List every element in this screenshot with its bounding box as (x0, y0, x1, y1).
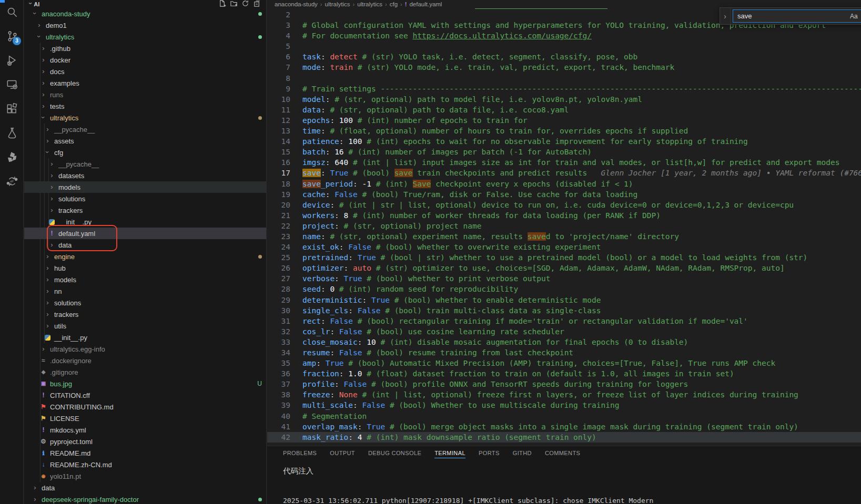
code-line-8[interactable]: 8 (267, 73, 861, 84)
panel-tab-debug-console[interactable]: DEBUG CONSOLE (368, 450, 421, 458)
code-line-39[interactable]: 39multi_scale: False # (bool) Whether to… (267, 400, 861, 410)
code-line-10[interactable]: 10model: # (str, optional) path to model… (267, 94, 861, 105)
code-line-29[interactable]: 29deterministic: True # (bool) whether t… (267, 295, 861, 305)
testing-icon[interactable] (0, 121, 24, 145)
code-line-18[interactable]: 18save_period: -1 # (int) Save checkpoin… (267, 179, 861, 189)
tree-item-demo1[interactable]: ›demo1 (24, 19, 266, 31)
code-line-6[interactable]: 6task: detect # (str) YOLO task, i.e. de… (267, 52, 861, 62)
code-line-30[interactable]: 30single_cls: False # (bool) train multi… (267, 305, 861, 316)
run-and-debug-icon[interactable] (0, 48, 24, 73)
code-line-14[interactable]: 14patience: 100 # (int) epochs to wait f… (267, 136, 861, 147)
code-line-22[interactable]: 22project: # (str, optional) project nam… (267, 221, 861, 231)
breadcrumb-item-cfg[interactable]: cfg (390, 1, 398, 7)
tree-item-docs[interactable]: ›docs (24, 66, 266, 77)
code-line-16[interactable]: 16imgsz: 640 # (int | list) input images… (267, 157, 861, 168)
explorer-section-header[interactable]: › AI (24, 0, 266, 8)
code-line-20[interactable]: 20device: # (int | str | list, optional)… (267, 200, 861, 210)
tree-item-.dockerignore[interactable]: ≈.dockerignore (24, 355, 266, 366)
panel-tab-ports[interactable]: PORTS (479, 450, 500, 458)
tree-item-.github[interactable]: ›.github (24, 43, 266, 54)
code-line-34[interactable]: 34resume: False # (bool) resume training… (267, 347, 861, 358)
find-replace-toggle-chevron-icon[interactable]: › (720, 8, 731, 24)
tree-item-nn[interactable]: ›nn (24, 285, 266, 297)
tree-item-utils[interactable]: ›utils (24, 320, 266, 332)
tree-item-solutions[interactable]: ›solutions (24, 193, 266, 204)
tree-item-assets[interactable]: ›assets (24, 135, 266, 147)
search-icon[interactable] (0, 0, 24, 24)
new-folder-icon[interactable] (230, 0, 238, 8)
tree-item-anaconda-study[interactable]: ›anaconda-study (24, 8, 266, 19)
code-line-37[interactable]: 37profile: False # (bool) profile ONNX a… (267, 379, 861, 389)
collapse-folders-icon[interactable] (253, 0, 261, 8)
code-line-31[interactable]: 31rect: False # (bool) rectangular train… (267, 316, 861, 326)
remote-explorer-icon[interactable] (0, 73, 24, 97)
code-line-15[interactable]: 15batch: 16 # (int) number of images per… (267, 147, 861, 157)
tree-item-CONTRIBUTING.md[interactable]: ⚑CONTRIBUTING.md (24, 401, 266, 413)
tree-item--pycache-[interactable]: ›__pycache__ (24, 158, 266, 170)
breadcrumb-item-default.yaml[interactable]: default.yaml (409, 1, 442, 7)
panel-tab-problems[interactable]: PROBLEMS (283, 450, 317, 458)
tree-item-data[interactable]: ›data (24, 239, 266, 251)
ai-extension-icon[interactable] (0, 145, 24, 169)
tree-item-LICENSE[interactable]: ⚑LICENSE (24, 413, 266, 424)
tree-item--init-.py[interactable]: __init__.py (24, 216, 266, 228)
tree-item-solutions[interactable]: ›solutions (24, 297, 266, 308)
code-line-41[interactable]: 41overlap_mask: True # (bool) merge obje… (267, 421, 861, 432)
code-line-19[interactable]: 19cache: False # (bool) True/ram, disk o… (267, 189, 861, 200)
panel-tab-comments[interactable]: COMMENTS (545, 450, 580, 458)
code-line-24[interactable]: 24exist_ok: False # (bool) whether to ov… (267, 242, 861, 252)
tree-item-deepseek-springai-family-doctor[interactable]: ›deepseek-springai-family-doctor (24, 493, 266, 504)
panel-tab-githd[interactable]: GITHD (513, 450, 532, 458)
code-line-26[interactable]: 26optimizer: auto # (str) optimizer to u… (267, 263, 861, 273)
refresh-explorer-icon[interactable] (241, 0, 249, 8)
code-line-21[interactable]: 21workers: 8 # (int) number of worker th… (267, 210, 861, 221)
tree-item-models[interactable]: ›models (24, 274, 266, 285)
tree-item-trackers[interactable]: ›trackers (24, 204, 266, 216)
breadcrumb-item-ultralytics[interactable]: ultralytics (325, 1, 350, 7)
code-line-9[interactable]: 9# Train settings ----------------------… (267, 84, 861, 94)
tree-item-models[interactable]: ›models (24, 181, 266, 193)
code-line-4[interactable]: 4# For documentation see https://docs.ul… (267, 30, 861, 41)
tree-item-examples[interactable]: ›examples (24, 77, 266, 89)
tree-item-data[interactable]: ›data (24, 482, 266, 493)
code-line-40[interactable]: 40# Segmentation (267, 411, 861, 421)
code-line-23[interactable]: 23name: # (str, optional) experiment nam… (267, 231, 861, 242)
code-line-42[interactable]: 42mask_ratio: 4 # (int) mask downsample … (267, 432, 861, 443)
code-line-28[interactable]: 28seed: 0 # (int) random seed for reprod… (267, 284, 861, 294)
new-file-icon[interactable] (218, 0, 226, 8)
tree-item-default.yaml[interactable]: !default.yaml (24, 228, 266, 239)
code-line-13[interactable]: 13time: # (float, optional) number of ho… (267, 126, 861, 136)
panel-tab-terminal[interactable]: TERMINAL (434, 450, 465, 458)
tree-item-.gitignore[interactable]: ◆.gitignore (24, 366, 266, 378)
editor-pane[interactable]: anaconda-study›ultralytics›ultralytics›c… (267, 0, 861, 446)
tree-item-docker[interactable]: ›docker (24, 54, 266, 66)
code-line-33[interactable]: 33close_mosaic: 10 # (int) disable mosai… (267, 337, 861, 347)
code-line-36[interactable]: 36fraction: 1.0 # (float) dataset fracti… (267, 368, 861, 379)
panel-tab-output[interactable]: OUTPUT (330, 450, 355, 458)
source-control-icon[interactable]: 3 (0, 24, 24, 48)
tree-item-engine[interactable]: ›engine (24, 251, 266, 262)
tree-item-bus.jpg[interactable]: ▣bus.jpgU (24, 378, 266, 389)
tree-item-ultralytics[interactable]: ›ultralytics (24, 112, 266, 124)
tree-item-CITATION.cff[interactable]: !CITATION.cff (24, 389, 266, 401)
breadcrumb-item-ultralytics[interactable]: ultralytics (357, 1, 382, 7)
code-area[interactable]: 23# Global configuration YAML with setti… (267, 9, 861, 443)
tree-item-tests[interactable]: ›tests (24, 100, 266, 112)
terminal-content[interactable]: 代码注入 (267, 466, 861, 476)
code-line-38[interactable]: 38freeze: None # (int | list, optional) … (267, 389, 861, 400)
code-line-27[interactable]: 27verbose: True # (bool) whether to prin… (267, 273, 861, 284)
tree-item-ultralytics[interactable]: ›ultralytics (24, 31, 266, 43)
code-line-7[interactable]: 7mode: train # (str) YOLO mode, i.e. tra… (267, 62, 861, 73)
extensions-icon[interactable] (0, 97, 24, 121)
tree-item-runs[interactable]: ›runs (24, 89, 266, 100)
code-line-35[interactable]: 35amp: True # (bool) Automatic Mixed Pre… (267, 358, 861, 368)
code-line-17[interactable]: 17save: True # (bool) save train checkpo… (267, 168, 861, 178)
tree-item--pycache-[interactable]: ›__pycache__ (24, 124, 266, 135)
tree-item-hub[interactable]: ›hub (24, 262, 266, 274)
code-line-11[interactable]: 11data: # (str, optional) path to data f… (267, 105, 861, 115)
tree-item-datasets[interactable]: ›datasets (24, 170, 266, 181)
tree-item-trackers[interactable]: ›trackers (24, 308, 266, 320)
tree-item-README.md[interactable]: ℹREADME.md (24, 447, 266, 459)
tree-item-cfg[interactable]: ›cfg (24, 147, 266, 158)
code-line-5[interactable]: 5 (267, 41, 861, 52)
